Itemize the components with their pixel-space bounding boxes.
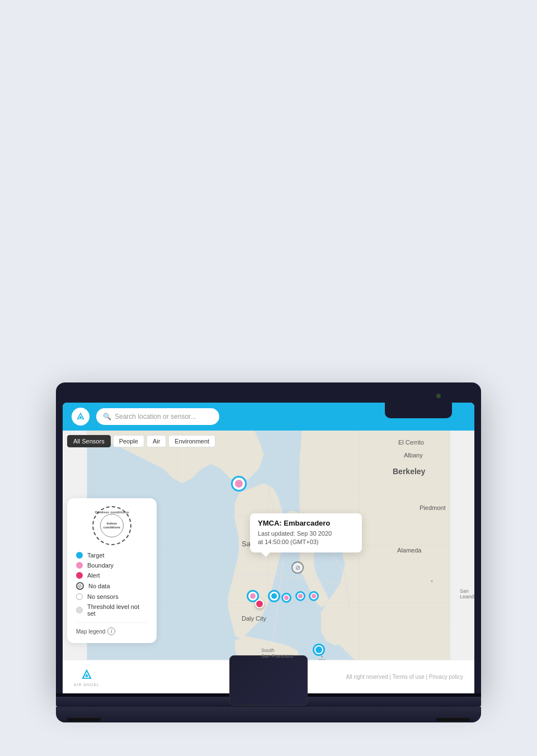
map-tooltip: YMCA: Embarcadero Last updated: Sep 30 2… [250,513,362,552]
tab-people[interactable]: People [113,435,144,447]
legend-indoor-label: Indoorconditions [103,522,120,530]
scene: 🔍 Search location or sensor... [0,0,537,756]
footer-brand-name: AIR ANGEL [74,683,100,687]
legend-label-target: Target [87,552,105,559]
laptop-bottom [56,707,481,722]
legend-item-alert: Alert [76,572,148,579]
camera-dot [436,394,441,398]
legend-dot-nodata: ⊘ [76,582,84,590]
legend-indoor-circle: Indoorconditions [100,514,124,537]
tooltip-body: Last updated: Sep 30 2020 at 14:50:00 (G… [258,530,354,547]
tooltip-subtitle-2: at 14:50:00 (GMT+03) [258,538,319,545]
map-pin-daly-3[interactable] [281,593,291,603]
legend-footer[interactable]: Map legend i [76,622,148,635]
legend-dot-alert [76,572,83,579]
camera-bar [63,389,474,403]
footer-logo: AIR ANGEL [74,667,100,687]
svg-text:+: + [431,579,434,584]
legend-footer-text: Map legend [76,629,105,635]
legend-label-boundary: Boundary [87,562,114,569]
legend-item-nodata: ⊘ No data [76,582,148,590]
legend-item-boundary: Boundary [76,562,148,569]
legend-label-nosensors: No sensors [87,593,119,600]
legend-item-target: Target [76,552,148,559]
map-pin-north[interactable] [231,476,247,492]
map-legend: Outdoor conditions Indoorconditions [67,498,157,643]
laptop-device: 🔍 Search location or sensor... [56,382,481,722]
filter-tabs: All Sensors People Air Environment [67,435,215,447]
header-logo[interactable] [72,408,90,426]
info-icon[interactable]: i [107,627,115,635]
legend-item-nosensors: No sensors [76,593,148,600]
legend-diagram: Outdoor conditions Indoorconditions [76,506,148,545]
laptop-foot-left [67,718,101,721]
legend-label-threshold: Threshold level not set [87,603,148,617]
search-bar[interactable]: 🔍 Search location or sensor... [96,408,219,425]
legend-dot-boundary [76,562,83,569]
tooltip-arrow [261,552,270,557]
legend-item-threshold: Threshold level not set [76,603,148,617]
tab-air[interactable]: Air [147,435,166,447]
map-container[interactable]: + SFO + El Cerrito Albany Berkeley Piedm… [63,431,474,660]
laptop-trackpad [229,655,308,706]
tab-all-sensors[interactable]: All Sensors [67,435,111,447]
legend-label-alert: Alert [87,572,100,579]
legend-dot-target [76,552,83,559]
legend-label-nodata: No data [88,583,110,589]
laptop-screen-outer: 🔍 Search location or sensor... [56,382,481,693]
tooltip-subtitle-1: Last updated: Sep 30 2020 [258,530,332,537]
map-pin-daly-4[interactable] [295,591,305,601]
laptop-foot-right [436,718,470,721]
legend-outdoor-label: Outdoor conditions [95,511,129,514]
map-pin-south-sf[interactable] [313,644,325,656]
search-icon: 🔍 [103,413,111,420]
search-input-placeholder: Search location or sensor... [115,413,196,420]
screen-bezel: 🔍 Search location or sensor... [63,403,474,693]
app-ui: 🔍 Search location or sensor... [63,403,474,693]
map-pin-nodata[interactable]: ⊘ [291,561,304,574]
legend-items: Target Boundary Alert [76,552,148,617]
map-pin-daly-2[interactable] [268,590,280,602]
legend-dot-threshold [76,607,83,613]
legend-outdoor-circle: Outdoor conditions Indoorconditions [92,506,131,545]
tab-environment[interactable]: Environment [168,435,215,447]
map-pin-daly-alert[interactable] [255,599,264,608]
footer-copyright[interactable]: All right reserved | Terms of use | Priv… [346,674,463,680]
footer-logo-svg [79,667,95,683]
map-pin-daly-5[interactable] [309,591,319,601]
notch [385,403,452,418]
legend-dot-nosensors [76,593,83,600]
tooltip-title: YMCA: Embarcadero [258,519,354,527]
